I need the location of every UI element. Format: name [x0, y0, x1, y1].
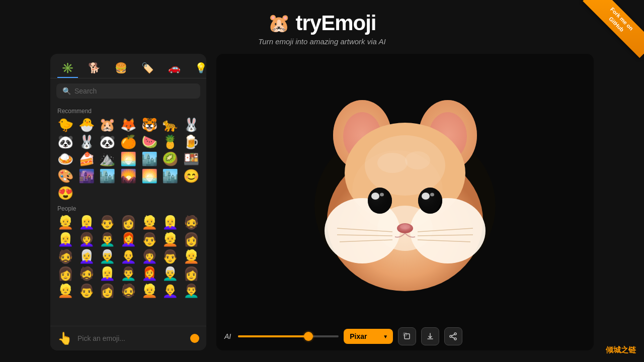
emoji-item[interactable]: ⛰️: [97, 151, 117, 167]
emoji-item[interactable]: 👩‍🦲: [118, 248, 138, 264]
selected-emoji-indicator: [190, 334, 199, 343]
tab-sports[interactable]: 🏷️: [137, 59, 158, 78]
emoji-item[interactable]: 🌅: [118, 151, 138, 167]
emoji-item[interactable]: 🍱: [181, 151, 201, 167]
emoji-item[interactable]: 🧔: [181, 214, 201, 230]
hand-emoji: 👆: [57, 331, 72, 345]
svg-point-37: [450, 335, 452, 337]
emoji-item[interactable]: 🍍: [160, 134, 181, 150]
emoji-item[interactable]: 🎨: [55, 168, 75, 184]
github-ribbon[interactable]: Fork me on GitHub: [579, 0, 644, 65]
emoji-item[interactable]: 👨‍🦱: [181, 283, 201, 299]
emoji-item[interactable]: 😊: [181, 168, 201, 184]
style-slider[interactable]: [238, 335, 339, 337]
title-row: 🐹 tryEmoji: [268, 11, 376, 35]
emoji-item[interactable]: 👩: [97, 283, 117, 299]
emoji-item[interactable]: 👨: [97, 214, 117, 230]
emoji-item[interactable]: 👨: [76, 283, 97, 299]
slider-fill: [238, 335, 308, 337]
emoji-item[interactable]: 🧔: [55, 248, 75, 264]
emoji-item[interactable]: 🍊: [118, 134, 138, 150]
emoji-item[interactable]: 🍺: [181, 134, 201, 150]
emoji-item[interactable]: 👱: [139, 214, 159, 230]
emoji-item[interactable]: 👱: [55, 283, 75, 299]
emoji-item[interactable]: 👱: [160, 231, 181, 247]
emoji-item[interactable]: 🐆: [160, 117, 181, 133]
emoji-item[interactable]: 🐰: [76, 134, 97, 150]
github-ribbon-text: Fork me on GitHub: [583, 0, 644, 58]
app-logo: 🐹: [268, 13, 290, 34]
emoji-item[interactable]: 🥝: [160, 151, 181, 167]
emoji-item[interactable]: 🧔: [118, 283, 138, 299]
emoji-item[interactable]: 👱: [181, 248, 201, 264]
slider-track: [238, 335, 339, 337]
emoji-panel: ✳️ 🐕 🍔 🏷️ 🚗 💡 🔍 Recommend 🐤 🐣 🐹 🦊 🐯: [50, 54, 206, 350]
emoji-item[interactable]: 👱‍♀️: [160, 214, 181, 230]
bottom-watermark: 倾城之链: [606, 345, 636, 355]
tab-all[interactable]: ✳️: [57, 59, 78, 78]
emoji-item[interactable]: 🐼: [55, 134, 75, 150]
emoji-item[interactable]: 👩: [181, 231, 201, 247]
emoji-item[interactable]: 🌆: [76, 168, 97, 184]
emoji-item[interactable]: 👩‍🦲: [160, 283, 181, 299]
header: 🐹 tryEmoji Turn emoji into amazing artwo…: [0, 0, 644, 54]
emoji-item[interactable]: 🌄: [118, 168, 138, 184]
emoji-item[interactable]: 🍰: [76, 151, 97, 167]
svg-point-32: [352, 150, 443, 231]
emoji-item[interactable]: 👩‍🦰: [118, 231, 138, 247]
artwork-image-area: [216, 54, 594, 322]
emoji-item[interactable]: 👩: [55, 265, 75, 282]
emoji-item[interactable]: 🌅: [139, 168, 159, 184]
emoji-item[interactable]: 👨: [160, 248, 181, 264]
emoji-item[interactable]: 🐹: [97, 117, 117, 133]
emoji-item[interactable]: 👱‍♀️: [97, 265, 117, 282]
emoji-item[interactable]: 👨‍🦳: [97, 248, 117, 264]
emoji-item[interactable]: 👩‍🦱: [139, 248, 159, 264]
emoji-item[interactable]: 🐣: [76, 117, 97, 133]
emoji-item[interactable]: 🏙️: [97, 168, 117, 184]
crop-button[interactable]: [398, 327, 416, 345]
search-input[interactable]: [74, 87, 194, 95]
search-container: 🔍: [56, 83, 200, 99]
emoji-item[interactable]: 👨‍🦱: [97, 231, 117, 247]
emoji-bottom-bar: 👆 Pick an emoji...: [50, 326, 206, 350]
emoji-item[interactable]: 👱: [139, 283, 159, 299]
emoji-item[interactable]: 👩‍🦳: [76, 248, 97, 264]
people-section-label: People: [57, 205, 199, 212]
tab-travel[interactable]: 🚗: [164, 59, 185, 78]
emoji-item[interactable]: 🐰: [181, 117, 201, 133]
emoji-item[interactable]: 👱‍♀️: [76, 214, 97, 230]
emoji-item[interactable]: 😍: [55, 185, 75, 201]
search-wrapper: 🔍: [50, 78, 206, 102]
download-button[interactable]: [421, 327, 439, 345]
emoji-item[interactable]: 🐼: [97, 134, 117, 150]
tab-animals[interactable]: 🐕: [84, 59, 105, 78]
emoji-item[interactable]: 👩: [181, 265, 201, 282]
emoji-item[interactable]: 👱‍♀️: [55, 231, 75, 247]
emoji-item[interactable]: 🧔: [76, 265, 97, 282]
emoji-item[interactable]: 👱: [55, 214, 75, 230]
tab-objects[interactable]: 💡: [191, 59, 206, 78]
share-button[interactable]: [444, 327, 462, 345]
emoji-item[interactable]: 🦊: [118, 117, 138, 133]
slider-thumb[interactable]: [304, 332, 313, 341]
emoji-item[interactable]: 🍛: [55, 151, 75, 167]
emoji-item[interactable]: 🐯: [139, 117, 159, 133]
tab-food[interactable]: 🍔: [111, 59, 131, 78]
emoji-item[interactable]: 🏙️: [160, 168, 181, 184]
pick-placeholder: Pick an emoji...: [77, 334, 185, 342]
emoji-item[interactable]: 🏙️: [139, 151, 159, 167]
emoji-item[interactable]: 👩‍🦰: [139, 265, 159, 282]
style-select[interactable]: Pixar Anime Realistic Cartoon Oil Paint: [344, 329, 393, 344]
emoji-item[interactable]: 🐤: [55, 117, 75, 133]
recommend-grid: 🐤 🐣 🐹 🦊 🐯 🐆 🐰 🐼 🐰 🐼 🍊 🍉 🍍 🍺 🍛 🍰 ⛰️ 🌅 🏙: [55, 117, 201, 201]
emoji-item[interactable]: 👨‍🦱: [118, 265, 138, 282]
app-subtitle: Turn emoji into amazing artwork via AI: [258, 37, 385, 46]
emoji-item[interactable]: 🍉: [139, 134, 159, 150]
svg-point-35: [454, 333, 456, 335]
emoji-item[interactable]: 👩‍🦱: [76, 231, 97, 247]
people-grid: 👱 👱‍♀️ 👨 👩 👱 👱‍♀️ 🧔 👱‍♀️ 👩‍🦱 👨‍🦱 👩‍🦰 👨 👱…: [55, 214, 201, 299]
emoji-item[interactable]: 👩: [118, 214, 138, 230]
emoji-item[interactable]: 👨‍🦳: [160, 265, 181, 282]
emoji-item[interactable]: 👨: [139, 231, 159, 247]
